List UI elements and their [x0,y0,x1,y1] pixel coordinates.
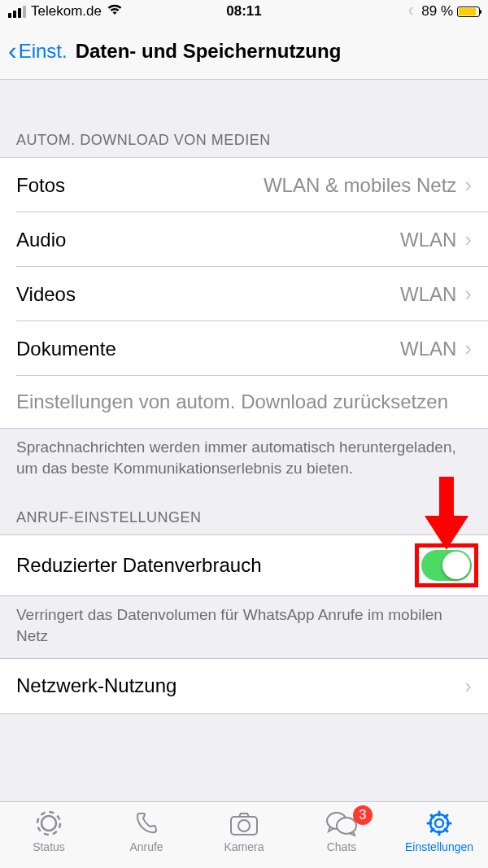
tab-kamera[interactable]: Kamera [195,809,293,853]
tab-label: Kamera [224,840,264,853]
camera-icon [229,809,259,838]
signal-icon [8,6,26,18]
row-label: Dokumente [16,338,116,360]
tab-bar: Status Anrufe Kamera 3 Chats Einstellung… [0,801,488,868]
reset-label: Einstellungen von autom. Download zurück… [16,390,448,413]
tab-label: Status [33,840,65,853]
row-fotos[interactable]: Fotos WLAN & mobiles Netz › [0,158,488,212]
row-reduced-data[interactable]: Reduzierter Datenverbrauch [0,535,488,595]
chevron-right-icon: › [464,674,472,699]
row-value: WLAN [400,229,456,251]
chevron-right-icon: › [464,172,472,198]
svg-point-0 [41,816,56,831]
chevron-right-icon: › [464,227,472,252]
status-left: Telekom.de [8,3,123,20]
section-header-media: AUTOM. DOWNLOAD VON MEDIEN [0,112,488,157]
row-reset-download[interactable]: Einstellungen von autom. Download zurück… [0,376,488,428]
row-value: WLAN [400,283,456,306]
do-not-disturb-icon: ☾ [408,6,417,17]
battery-icon [457,7,480,17]
navigation-bar: ‹ Einst. Daten- und Speichernutzung [0,23,488,80]
row-videos[interactable]: Videos WLAN › [0,267,488,321]
row-audio[interactable]: Audio WLAN › [0,212,488,267]
toggle-container [421,550,472,581]
row-value: WLAN [400,338,456,360]
chevron-right-icon: › [464,336,472,361]
row-label: Fotos [16,174,65,197]
carrier-label: Telekom.de [31,3,102,20]
status-bar: Telekom.de 08:11 ☾ 89 % [0,0,488,23]
status-icon [35,809,63,838]
row-label: Videos [16,283,76,306]
reduced-data-toggle[interactable] [421,550,472,581]
chats-badge: 3 [353,805,373,825]
call-settings-list: Reduzierter Datenverbrauch [0,534,488,596]
row-label: Audio [16,229,66,251]
section-footer-calls: Verringert das Datenvolumen für WhatsApp… [0,596,488,657]
wifi-icon [107,3,123,20]
tab-status[interactable]: Status [0,809,98,853]
row-value: WLAN & mobiles Netz [264,174,456,197]
row-network-usage[interactable]: Netzwerk-Nutzung › [0,659,488,713]
network-list: Netzwerk-Nutzung › [0,658,488,714]
page-title: Daten- und Speichernutzung [76,40,342,63]
chevron-right-icon: › [464,281,472,307]
back-button[interactable]: ‹ Einst. [8,36,68,66]
status-right: ☾ 89 % [408,3,480,20]
phone-icon [133,809,160,838]
media-download-list: Fotos WLAN & mobiles Netz › Audio WLAN ›… [0,157,488,429]
svg-point-6 [435,819,443,827]
tab-label: Anrufe [129,840,163,853]
row-dokumente[interactable]: Dokumente WLAN › [0,321,488,376]
section-footer-media: Sprachnachrichten werden immer automatis… [0,429,488,490]
row-label: Reduzierter Datenverbrauch [16,554,262,577]
gear-icon [425,809,453,838]
chevron-left-icon: ‹ [8,36,17,66]
tab-label: Einstellungen [405,840,473,853]
tab-anrufe[interactable]: Anrufe [98,809,195,853]
tab-chats[interactable]: 3 Chats [293,809,390,853]
row-label: Netzwerk-Nutzung [16,674,176,697]
tab-label: Chats [327,840,357,853]
clock: 08:11 [226,3,261,20]
battery-percent: 89 % [421,3,453,20]
back-label: Einst. [19,40,68,63]
tab-einstellungen[interactable]: Einstellungen [390,809,488,853]
section-header-calls: ANRUF-EINSTELLUNGEN [0,490,488,534]
svg-point-3 [238,820,250,831]
svg-point-7 [430,814,448,832]
